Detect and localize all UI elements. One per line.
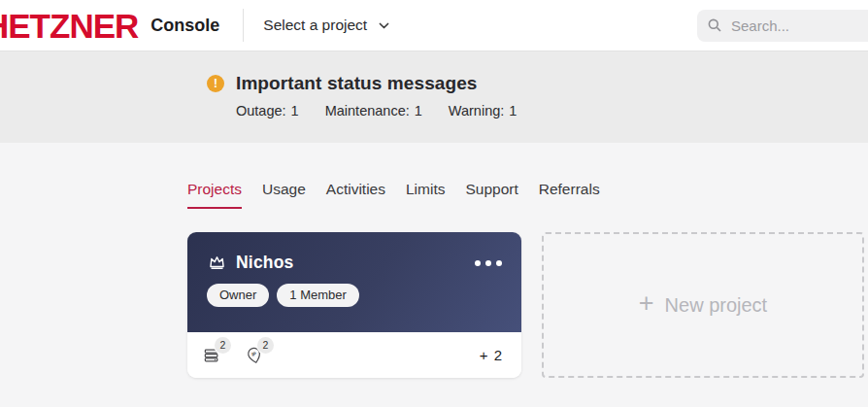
search-box[interactable] [697,10,868,42]
projects-grid: Nichos Owner 1 Member [187,232,868,378]
warning-count: Warning: 1 [449,103,517,119]
dot [475,260,481,266]
server-count-bubble: 2 [215,337,231,354]
hetzner-logo[interactable]: HETZNER [0,9,138,43]
outage-count: Outage: 1 [236,103,299,119]
server-resource: 2 [202,346,221,365]
search-input[interactable] [731,17,868,34]
project-card-footer: 2 IP 2 + 2 [187,332,521,378]
dot [496,260,502,266]
tab-limits[interactable]: Limits [406,181,445,209]
project-selector-label: Select a project [263,17,367,34]
status-counts: Outage: 1 Maintenance: 1 Warning: 1 [236,103,868,119]
status-banner-title-row[interactable]: ! Important status messages [207,73,868,94]
owner-badge: Owner [207,284,269,307]
svg-text:IP: IP [250,350,257,356]
status-title: Important status messages [236,73,478,94]
project-badges: Owner 1 Member [207,284,502,307]
console-title: Console [150,16,219,36]
tab-referrals[interactable]: Referrals [539,181,600,209]
project-selector-dropdown[interactable]: Select a project [263,17,390,34]
tab-projects[interactable]: Projects [187,181,242,209]
dot [485,260,491,266]
search-icon [707,17,722,33]
primary-ip-resource: IP 2 [245,346,264,365]
project-name: Nichos [236,253,294,273]
new-project-label: New project [665,294,768,317]
tab-bar: Projects Usage Activities Limits Support… [187,181,868,209]
project-menu-button[interactable] [475,256,502,270]
primary-ip-count-bubble: 2 [257,337,274,354]
project-card-header: Nichos Owner 1 Member [187,232,521,332]
tab-usage[interactable]: Usage [262,181,306,209]
crown-icon [207,253,227,273]
plus-icon: + [639,290,654,317]
project-card-nichos[interactable]: Nichos Owner 1 Member [187,232,521,378]
member-count-badge: 1 Member [277,284,359,307]
tab-activities[interactable]: Activities [326,181,385,209]
top-header: HETZNER Console Select a project [0,0,868,51]
more-resources-count: + 2 [480,347,503,363]
status-banner: ! Important status messages Outage: 1 Ma… [0,51,868,143]
chevron-down-icon [378,19,390,32]
maintenance-count: Maintenance: 1 [325,103,422,119]
main-content: Projects Usage Activities Limits Support… [0,143,868,378]
tab-support[interactable]: Support [465,181,517,209]
new-project-button[interactable]: + New project [542,232,864,378]
header-divider [243,9,244,42]
warning-icon: ! [207,75,224,92]
